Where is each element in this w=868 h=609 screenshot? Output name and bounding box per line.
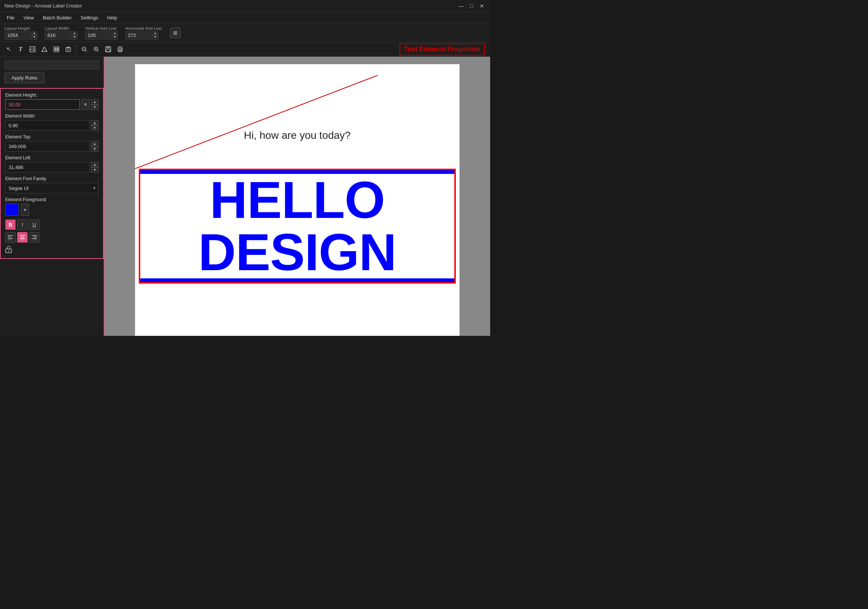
element-left-input-row: ▲ ▼	[5, 162, 98, 172]
vertical-grid-input-row: ▲ ▼	[85, 31, 118, 40]
svg-rect-5	[55, 47, 56, 51]
menu-settings[interactable]: Settings	[77, 14, 102, 22]
grid-toggle-button[interactable]: ⊞	[170, 28, 181, 38]
vertical-grid-down[interactable]: ▼	[112, 36, 118, 40]
element-left-down[interactable]: ▼	[91, 167, 98, 172]
delete-tool[interactable]	[63, 44, 74, 55]
shape-tool[interactable]	[39, 44, 50, 55]
layout-height-spinners: ▲ ▼	[31, 31, 37, 40]
element-top-down[interactable]: ▼	[91, 146, 98, 152]
italic-button[interactable]: I	[17, 219, 28, 230]
print-button[interactable]	[115, 44, 126, 55]
element-top-up[interactable]: ▲	[91, 141, 98, 146]
element-width-label: Element Width:	[5, 113, 98, 119]
element-left-up[interactable]: ▲	[91, 162, 98, 167]
layout-height-up[interactable]: ▲	[31, 31, 37, 36]
minimize-button[interactable]: —	[457, 2, 465, 10]
element-height-input[interactable]	[5, 99, 80, 110]
horizontal-grid-down[interactable]: ▼	[152, 36, 158, 40]
apply-rules-section: Apply Rules	[0, 57, 104, 88]
element-height-input-row: ✕ ▲ ▼	[5, 99, 98, 110]
svg-rect-0	[30, 47, 35, 52]
close-button[interactable]: ✕	[478, 2, 486, 10]
image-tool[interactable]	[27, 44, 38, 55]
horizontal-grid-up[interactable]: ▲	[152, 31, 158, 36]
layout-width-up[interactable]: ▲	[71, 31, 78, 36]
svg-rect-13	[107, 47, 110, 48]
lock-button[interactable]	[5, 245, 12, 255]
svg-rect-17	[119, 47, 122, 48]
element-height-down[interactable]: ▼	[91, 104, 98, 110]
menu-help[interactable]: Help	[103, 14, 121, 22]
menu-batch-builder[interactable]: Batch Builder	[39, 14, 75, 22]
horizontal-grid-input-row: ▲ ▼	[126, 31, 158, 40]
element-height-clear[interactable]: ✕	[81, 99, 90, 110]
zoom-out-button[interactable]	[79, 44, 90, 55]
canvas-hi-text[interactable]: Hi, how are you today?	[135, 129, 460, 141]
svg-rect-9	[66, 48, 70, 51]
layout-height-input[interactable]	[5, 31, 31, 40]
layout-width-input[interactable]	[45, 31, 71, 40]
svg-rect-8	[58, 47, 59, 51]
canvas[interactable]: Hi, how are you today? HELLO DESIGN	[135, 64, 460, 336]
element-width-up[interactable]: ▲	[91, 120, 98, 125]
barcode-tool[interactable]	[51, 44, 62, 55]
menu-view[interactable]: View	[20, 14, 38, 22]
horizontal-grid-input[interactable]	[126, 31, 152, 40]
svg-marker-2	[42, 47, 47, 51]
element-height-label: Element Height:	[5, 93, 98, 98]
titlebar-title: New Design - Arrowat Label Creator	[5, 3, 82, 9]
horizontal-grid-label: Horizontal Grid Line:	[126, 26, 163, 31]
vertical-grid-up[interactable]: ▲	[112, 31, 118, 36]
align-left-button[interactable]	[5, 232, 16, 242]
element-height-up[interactable]: ▲	[91, 99, 98, 104]
element-top-input[interactable]	[5, 141, 90, 152]
element-foreground-group: Element Foreground ▼	[5, 197, 98, 216]
text-tool[interactable]: T	[15, 44, 26, 55]
layout-width-label: Layout Width:	[45, 26, 70, 31]
main-area: Apply Rules Element Height: ✕ ▲ ▼ Elemen…	[0, 57, 490, 336]
layout-width-group: Layout Width: ▲ ▼	[45, 26, 78, 40]
canvas-hello-design[interactable]: HELLO DESIGN	[139, 169, 456, 284]
svg-rect-7	[57, 47, 58, 51]
svg-point-20	[8, 250, 9, 252]
layout-height-label: Layout Height:	[5, 26, 31, 31]
vertical-grid-label: Vertical Grid Line:	[85, 26, 118, 31]
format-buttons-row: B I U	[5, 219, 98, 230]
layout-height-down[interactable]: ▼	[31, 36, 37, 40]
bold-button[interactable]: B	[5, 219, 16, 230]
layout-width-down[interactable]: ▼	[71, 36, 78, 40]
svg-rect-4	[54, 47, 55, 51]
element-width-down[interactable]: ▼	[91, 125, 98, 130]
element-width-group: Element Width: ▲ ▼	[5, 113, 98, 130]
align-right-button[interactable]	[29, 232, 40, 242]
canvas-hello-text: HELLO DESIGN	[140, 174, 454, 278]
align-center-button[interactable]	[17, 232, 28, 242]
vertical-grid-input[interactable]	[85, 31, 111, 40]
element-top-group: Element Top: ▲ ▼	[5, 134, 98, 152]
element-foreground-dropdown[interactable]: ▼	[21, 204, 29, 216]
cursor-tool[interactable]: ↖	[3, 44, 14, 55]
element-height-spinners: ▲ ▼	[91, 99, 98, 110]
menubar: File View Batch Builder Settings Help	[0, 12, 490, 24]
svg-line-21	[135, 75, 378, 169]
element-left-input[interactable]	[5, 162, 90, 172]
underline-button[interactable]: U	[29, 219, 40, 230]
save-button[interactable]	[102, 44, 114, 55]
titlebar-controls: — □ ✕	[457, 2, 486, 10]
menu-file[interactable]: File	[3, 14, 18, 22]
element-foreground-swatch[interactable]	[5, 204, 19, 216]
element-properties-panel: Element Height: ✕ ▲ ▼ Element Width: ▲	[0, 88, 104, 259]
element-foreground-label: Element Foreground	[5, 197, 98, 202]
apply-rules-button[interactable]: Apply Rules	[5, 72, 44, 83]
canvas-area[interactable]: Hi, how are you today? HELLO DESIGN	[104, 57, 490, 336]
element-top-label: Element Top:	[5, 134, 98, 140]
apply-rules-input[interactable]	[5, 61, 99, 69]
vertical-grid-group: Vertical Grid Line: ▲ ▼	[85, 26, 118, 40]
maximize-button[interactable]: □	[468, 2, 475, 10]
zoom-in-button[interactable]	[91, 44, 102, 55]
element-left-label: Element Left	[5, 155, 98, 160]
element-font-select[interactable]: Segoe UI Arial Times New Roman Courier N…	[5, 183, 98, 193]
element-width-input[interactable]	[5, 120, 90, 130]
svg-rect-6	[56, 47, 57, 51]
